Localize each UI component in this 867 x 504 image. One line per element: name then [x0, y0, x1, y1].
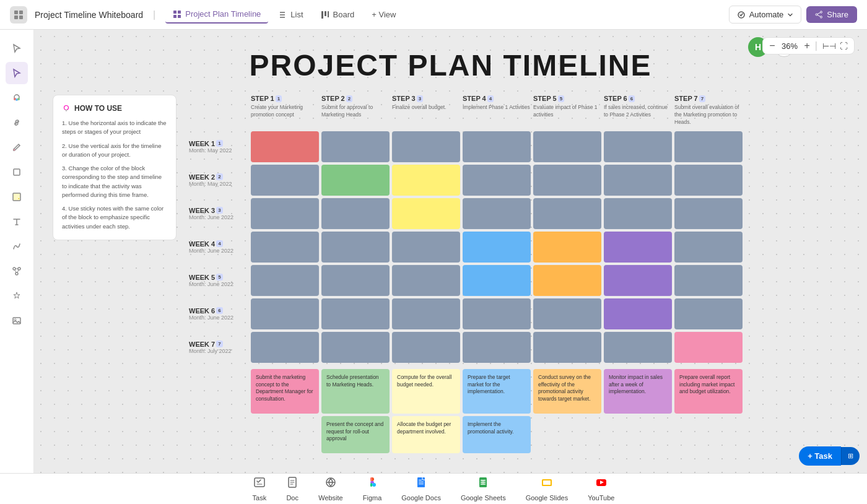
automate-button[interactable]: Automate — [729, 6, 802, 24]
cell-4-4 — [463, 232, 531, 263]
svg-rect-54 — [419, 482, 424, 482]
lightbulb-icon — [62, 104, 71, 113]
steps-header: STEP 1 1 Create your Marketing promotion… — [251, 95, 848, 126]
taskbar-item-doc[interactable]: Doc — [286, 476, 298, 502]
cell-4-5 — [533, 232, 601, 263]
cell-6-6 — [604, 298, 672, 329]
taskbar-item-google-sheets[interactable]: Google Sheets — [461, 476, 506, 502]
taskbar: Task Doc Website Figma Google Docs Googl… — [0, 473, 867, 504]
svg-point-28 — [18, 267, 20, 270]
step-header-3: STEP 3 3 Finalize overall budget. — [392, 95, 460, 126]
sticky-1-3: Compute for the overall budget needed. — [392, 369, 460, 414]
cell-1-4 — [463, 131, 531, 162]
svg-rect-50 — [370, 477, 372, 481]
sticky-1-4: Prepare the target market for the implem… — [463, 369, 531, 414]
task-fab-button[interactable]: + Task — [799, 446, 841, 466]
cell-6-7 — [674, 298, 743, 329]
cell-5-1 — [251, 265, 319, 296]
sticky-2-7 — [674, 416, 743, 453]
svg-rect-63 — [543, 480, 551, 485]
cell-7-6 — [604, 332, 672, 363]
sidebar-link-tool[interactable] — [6, 111, 28, 134]
week-row-5: WEEK 5 5 Month: June 2022 — [189, 265, 848, 296]
task-icon — [253, 476, 266, 492]
task-fab-container: + Task ⊞ — [799, 446, 860, 466]
fullscreen-button[interactable]: ⛶ — [840, 41, 848, 51]
cell-2-2 — [321, 165, 390, 196]
tab-view[interactable]: + View — [364, 6, 403, 24]
share-button[interactable]: Share — [806, 6, 857, 23]
svg-rect-4 — [173, 11, 176, 14]
sidebar-pen-tool[interactable] — [6, 136, 28, 159]
step-header-7: STEP 7 7 Submit overall evaluation of th… — [674, 95, 743, 126]
cell-2-7 — [674, 165, 743, 196]
sticky-1-2: Schedule presentation to Marketing Heads… — [321, 369, 390, 414]
taskbar-item-website[interactable]: Website — [318, 476, 343, 502]
canvas-wrapper[interactable]: PROJECT PLAN TIMELINE HOW TO USE 1. Use … — [34, 30, 867, 473]
cell-5-4 — [463, 265, 531, 296]
svg-rect-2 — [14, 15, 18, 19]
taskbar-item-figma[interactable]: Figma — [363, 476, 382, 502]
howto-box: HOW TO USE 1. Use the horizontal axis to… — [53, 95, 176, 240]
howto-item-1: 1. Use the horizontal axis to indicate t… — [62, 119, 167, 137]
nav-tabs: Project Plan Timeline List Board + View — [165, 6, 403, 24]
task-fab-grid-button[interactable]: ⊞ — [841, 447, 860, 465]
fit-width-button[interactable]: ⊢⊣ — [822, 41, 836, 51]
sticky-2-3: Allocate the budget per department invol… — [392, 416, 460, 453]
sticky-2-4: Implement the promotional activity. — [463, 416, 531, 453]
week-label-2: WEEK 2 2 Month: May 2022 — [189, 173, 248, 187]
week-label-4: WEEK 4 4 Month: June 2022 — [189, 240, 248, 254]
taskbar-item-google-slides[interactable]: Google Slides — [526, 476, 569, 502]
sidebar-color-tool[interactable] — [6, 87, 28, 109]
sidebar-connect-tool[interactable] — [6, 260, 28, 282]
svg-point-35 — [64, 106, 69, 110]
cell-1-7 — [674, 131, 743, 162]
cell-5-5 — [533, 265, 601, 296]
cell-2-6 — [604, 165, 672, 196]
svg-point-24 — [14, 149, 15, 151]
website-icon — [325, 476, 337, 492]
cell-6-2 — [321, 298, 390, 329]
svg-rect-6 — [173, 15, 176, 18]
taskbar-item-youtube[interactable]: YouTube — [588, 476, 614, 502]
sticky-2-5 — [533, 416, 601, 453]
taskbar-item-task[interactable]: Task — [253, 476, 267, 502]
week-label-7: WEEK 7 7 Month: July 2022 — [189, 341, 248, 354]
sidebar-image-tool[interactable] — [6, 310, 28, 332]
svg-rect-56 — [419, 480, 422, 480]
cell-6-3 — [392, 298, 460, 329]
svg-point-17 — [816, 14, 817, 15]
canvas-inner: PROJECT PLAN TIMELINE HOW TO USE 1. Use … — [34, 30, 867, 473]
sidebar-ai-tool[interactable] — [6, 285, 28, 307]
zoom-in-button[interactable]: + — [804, 40, 810, 51]
sidebar-select-tool[interactable] — [6, 62, 28, 84]
tab-project-plan[interactable]: Project Plan Timeline — [165, 6, 268, 24]
canvas: PROJECT PLAN TIMELINE HOW TO USE 1. Use … — [34, 30, 867, 473]
cell-4-7 — [674, 232, 743, 263]
board-icon — [321, 11, 329, 19]
tab-list[interactable]: List — [271, 6, 310, 24]
svg-point-27 — [13, 267, 15, 270]
sidebar-sticky-tool[interactable] — [6, 186, 28, 208]
week-label-5: WEEK 5 5 Month: June 2022 — [189, 274, 248, 287]
week-row-7: WEEK 7 7 Month: July 2022 — [189, 332, 848, 363]
doc-icon — [286, 476, 298, 492]
cell-4-2 — [321, 232, 390, 263]
taskbar-item-google-docs[interactable]: Google Docs — [401, 476, 441, 502]
zoom-level: 36% — [779, 41, 801, 51]
tab-icon — [173, 10, 181, 19]
sidebar-text-tool[interactable] — [6, 211, 28, 233]
cell-3-4 — [463, 198, 531, 229]
zoom-out-button[interactable]: − — [769, 40, 775, 51]
google-docs-icon — [415, 476, 427, 492]
sidebar-cursor-tool[interactable] — [6, 37, 28, 59]
youtube-icon — [595, 476, 608, 492]
app-logo — [10, 6, 27, 24]
svg-rect-1 — [19, 11, 23, 14]
sticky-1-1: Submit the marketing concept to the Depa… — [251, 369, 319, 414]
sidebar-shape-tool[interactable] — [6, 161, 28, 183]
sticky-1-6: Monitor impact in sales after a week of … — [604, 369, 672, 414]
sidebar-draw-tool[interactable] — [6, 235, 28, 258]
sticky-2-1 — [251, 416, 319, 453]
tab-board[interactable]: Board — [313, 6, 362, 24]
